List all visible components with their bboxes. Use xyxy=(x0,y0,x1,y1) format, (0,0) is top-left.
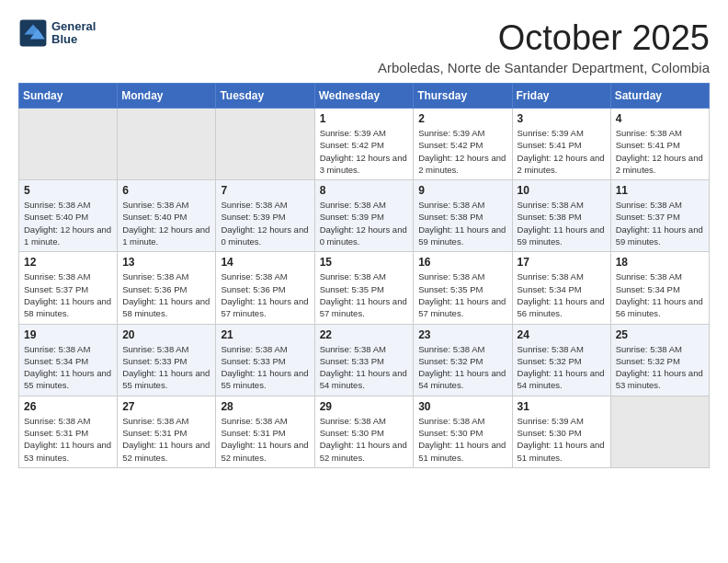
calendar-cell: 25Sunrise: 5:38 AM Sunset: 5:32 PM Dayli… xyxy=(610,324,709,396)
day-number: 5 xyxy=(24,184,112,197)
calendar-cell: 21Sunrise: 5:38 AM Sunset: 5:33 PM Dayli… xyxy=(216,324,314,396)
calendar-cell: 20Sunrise: 5:38 AM Sunset: 5:33 PM Dayli… xyxy=(118,324,216,396)
cell-text: Sunrise: 5:38 AM Sunset: 5:36 PM Dayligh… xyxy=(221,270,309,319)
day-number: 31 xyxy=(518,400,606,413)
day-number: 22 xyxy=(320,328,409,341)
cell-text: Sunrise: 5:38 AM Sunset: 5:33 PM Dayligh… xyxy=(320,343,409,392)
weekday-header-thursday: Thursday xyxy=(414,84,512,109)
calendar-cell: 2Sunrise: 5:39 AM Sunset: 5:42 PM Daylig… xyxy=(414,109,512,180)
day-number: 20 xyxy=(122,328,210,341)
cell-text: Sunrise: 5:39 AM Sunset: 5:41 PM Dayligh… xyxy=(518,127,606,176)
calendar-cell: 27Sunrise: 5:38 AM Sunset: 5:31 PM Dayli… xyxy=(118,396,216,467)
calendar-body: 1Sunrise: 5:39 AM Sunset: 5:42 PM Daylig… xyxy=(19,109,710,468)
calendar-cell: 6Sunrise: 5:38 AM Sunset: 5:40 PM Daylig… xyxy=(118,180,216,252)
day-number: 14 xyxy=(221,256,309,269)
calendar-cell: 22Sunrise: 5:38 AM Sunset: 5:33 PM Dayli… xyxy=(314,324,414,396)
cell-text: Sunrise: 5:38 AM Sunset: 5:38 PM Dayligh… xyxy=(418,199,506,247)
calendar-cell: 15Sunrise: 5:38 AM Sunset: 5:35 PM Dayli… xyxy=(314,252,414,324)
calendar-cell xyxy=(19,109,118,180)
day-number: 10 xyxy=(518,184,606,197)
logo-text: General Blue xyxy=(51,20,96,47)
calendar-cell: 9Sunrise: 5:38 AM Sunset: 5:38 PM Daylig… xyxy=(414,180,512,252)
day-number: 2 xyxy=(418,112,506,125)
day-number: 17 xyxy=(518,256,606,269)
day-number: 27 xyxy=(122,400,210,413)
cell-text: Sunrise: 5:38 AM Sunset: 5:39 PM Dayligh… xyxy=(320,199,409,247)
day-number: 19 xyxy=(24,328,112,341)
weekday-header-monday: Monday xyxy=(118,84,216,109)
calendar-week-4: 19Sunrise: 5:38 AM Sunset: 5:34 PM Dayli… xyxy=(19,324,710,396)
day-number: 25 xyxy=(616,328,704,341)
day-number: 3 xyxy=(518,112,606,125)
day-number: 6 xyxy=(122,184,210,197)
calendar-week-5: 26Sunrise: 5:38 AM Sunset: 5:31 PM Dayli… xyxy=(19,396,710,467)
cell-text: Sunrise: 5:38 AM Sunset: 5:32 PM Dayligh… xyxy=(616,343,704,392)
day-number: 16 xyxy=(418,256,506,269)
title-block: October 2025 Arboledas, Norte de Santand… xyxy=(378,18,710,75)
cell-text: Sunrise: 5:39 AM Sunset: 5:42 PM Dayligh… xyxy=(320,127,409,176)
cell-text: Sunrise: 5:38 AM Sunset: 5:41 PM Dayligh… xyxy=(616,127,704,176)
cell-text: Sunrise: 5:39 AM Sunset: 5:42 PM Dayligh… xyxy=(418,127,506,176)
cell-text: Sunrise: 5:38 AM Sunset: 5:34 PM Dayligh… xyxy=(616,270,704,319)
day-number: 30 xyxy=(418,400,506,413)
logo-line2: Blue xyxy=(51,33,96,46)
day-number: 26 xyxy=(24,400,112,413)
calendar-cell xyxy=(118,109,216,180)
calendar-cell: 10Sunrise: 5:38 AM Sunset: 5:38 PM Dayli… xyxy=(512,180,610,252)
cell-text: Sunrise: 5:38 AM Sunset: 5:32 PM Dayligh… xyxy=(418,343,506,392)
weekday-header-tuesday: Tuesday xyxy=(216,84,314,109)
calendar-cell: 7Sunrise: 5:38 AM Sunset: 5:39 PM Daylig… xyxy=(216,180,314,252)
logo-icon xyxy=(18,18,48,48)
cell-text: Sunrise: 5:38 AM Sunset: 5:32 PM Dayligh… xyxy=(518,343,606,392)
cell-text: Sunrise: 5:38 AM Sunset: 5:36 PM Dayligh… xyxy=(122,270,210,319)
day-number: 15 xyxy=(320,256,409,269)
calendar-cell xyxy=(216,109,314,180)
calendar-cell: 3Sunrise: 5:39 AM Sunset: 5:41 PM Daylig… xyxy=(512,109,610,180)
day-number: 9 xyxy=(418,184,506,197)
logo: General Blue xyxy=(18,18,96,48)
logo-line1: General xyxy=(51,20,96,33)
cell-text: Sunrise: 5:38 AM Sunset: 5:38 PM Dayligh… xyxy=(518,199,606,247)
calendar-cell: 11Sunrise: 5:38 AM Sunset: 5:37 PM Dayli… xyxy=(610,180,709,252)
day-number: 13 xyxy=(122,256,210,269)
calendar-week-1: 1Sunrise: 5:39 AM Sunset: 5:42 PM Daylig… xyxy=(19,109,710,180)
cell-text: Sunrise: 5:38 AM Sunset: 5:31 PM Dayligh… xyxy=(24,415,112,464)
calendar-cell: 24Sunrise: 5:38 AM Sunset: 5:32 PM Dayli… xyxy=(512,324,610,396)
day-number: 12 xyxy=(24,256,112,269)
cell-text: Sunrise: 5:38 AM Sunset: 5:40 PM Dayligh… xyxy=(122,199,210,247)
page-header: General Blue October 2025 Arboledas, Nor… xyxy=(18,18,710,75)
calendar-cell: 29Sunrise: 5:38 AM Sunset: 5:30 PM Dayli… xyxy=(314,396,414,467)
cell-text: Sunrise: 5:38 AM Sunset: 5:30 PM Dayligh… xyxy=(320,415,409,464)
weekday-header-wednesday: Wednesday xyxy=(314,84,414,109)
calendar-cell: 1Sunrise: 5:39 AM Sunset: 5:42 PM Daylig… xyxy=(314,109,414,180)
calendar-cell: 26Sunrise: 5:38 AM Sunset: 5:31 PM Dayli… xyxy=(19,396,118,467)
calendar-cell: 12Sunrise: 5:38 AM Sunset: 5:37 PM Dayli… xyxy=(19,252,118,324)
calendar-cell: 5Sunrise: 5:38 AM Sunset: 5:40 PM Daylig… xyxy=(19,180,118,252)
cell-text: Sunrise: 5:38 AM Sunset: 5:34 PM Dayligh… xyxy=(518,270,606,319)
calendar-week-2: 5Sunrise: 5:38 AM Sunset: 5:40 PM Daylig… xyxy=(19,180,710,252)
weekday-header-saturday: Saturday xyxy=(610,84,709,109)
day-number: 11 xyxy=(616,184,704,197)
day-number: 24 xyxy=(518,328,606,341)
calendar-table: SundayMondayTuesdayWednesdayThursdayFrid… xyxy=(18,83,710,468)
cell-text: Sunrise: 5:38 AM Sunset: 5:33 PM Dayligh… xyxy=(221,343,309,392)
calendar-cell: 4Sunrise: 5:38 AM Sunset: 5:41 PM Daylig… xyxy=(610,109,709,180)
calendar-cell: 8Sunrise: 5:38 AM Sunset: 5:39 PM Daylig… xyxy=(314,180,414,252)
calendar-cell: 13Sunrise: 5:38 AM Sunset: 5:36 PM Dayli… xyxy=(118,252,216,324)
cell-text: Sunrise: 5:38 AM Sunset: 5:37 PM Dayligh… xyxy=(616,199,704,247)
cell-text: Sunrise: 5:38 AM Sunset: 5:37 PM Dayligh… xyxy=(24,270,112,319)
cell-text: Sunrise: 5:38 AM Sunset: 5:30 PM Dayligh… xyxy=(418,415,506,464)
cell-text: Sunrise: 5:38 AM Sunset: 5:31 PM Dayligh… xyxy=(221,415,309,464)
day-number: 8 xyxy=(320,184,409,197)
calendar-header: SundayMondayTuesdayWednesdayThursdayFrid… xyxy=(19,84,710,109)
day-number: 28 xyxy=(221,400,309,413)
calendar-week-3: 12Sunrise: 5:38 AM Sunset: 5:37 PM Dayli… xyxy=(19,252,710,324)
cell-text: Sunrise: 5:38 AM Sunset: 5:35 PM Dayligh… xyxy=(418,270,506,319)
calendar-cell: 31Sunrise: 5:39 AM Sunset: 5:30 PM Dayli… xyxy=(512,396,610,467)
calendar-cell: 18Sunrise: 5:38 AM Sunset: 5:34 PM Dayli… xyxy=(610,252,709,324)
day-number: 23 xyxy=(418,328,506,341)
cell-text: Sunrise: 5:39 AM Sunset: 5:30 PM Dayligh… xyxy=(518,415,606,464)
calendar-cell: 28Sunrise: 5:38 AM Sunset: 5:31 PM Dayli… xyxy=(216,396,314,467)
calendar-cell: 16Sunrise: 5:38 AM Sunset: 5:35 PM Dayli… xyxy=(414,252,512,324)
calendar-cell: 14Sunrise: 5:38 AM Sunset: 5:36 PM Dayli… xyxy=(216,252,314,324)
